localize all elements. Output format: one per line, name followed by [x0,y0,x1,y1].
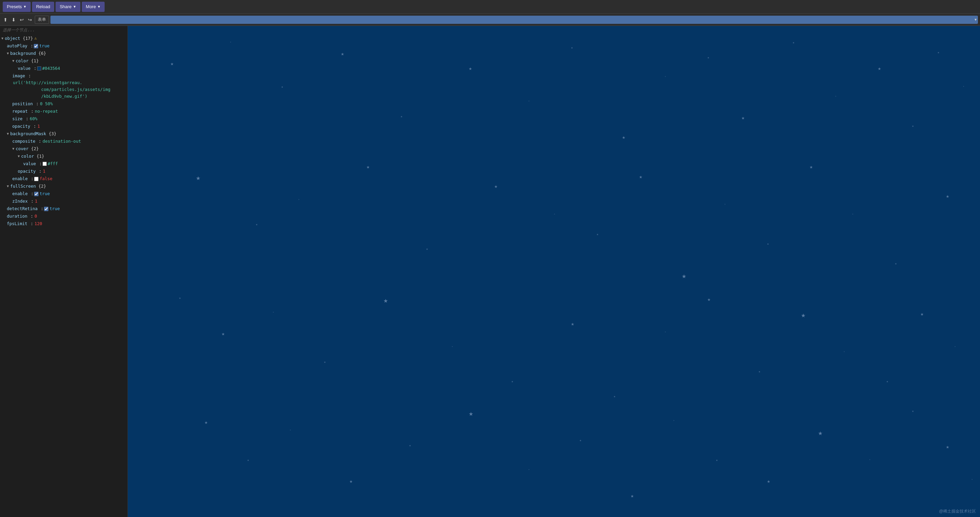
key-bg-position: position [12,100,33,107]
key-bg-repeat: repeat [12,108,28,115]
redo-button[interactable]: ↪ [27,16,33,23]
star: ★ [469,65,472,71]
watermark: @稀土掘金技术社区 [939,509,976,514]
colon-autoplay: : [28,43,33,49]
star: ★ [801,311,805,319]
toggle-bg-color[interactable]: ▼ [12,58,14,64]
star: ★ [554,213,555,215]
reload-label: Reload [36,4,50,9]
star: ★ [426,247,428,251]
share-button[interactable]: Share ▼ [56,2,80,12]
star: ★ [886,379,888,383]
star: ★ [349,478,353,484]
key-bg-opacity: opacity [12,123,30,130]
tree-row-autoplay: autoPlay : true [0,42,127,50]
star: ★ [955,345,956,347]
key-background: background [10,50,36,57]
tree-row-cover-color[interactable]: ▼ color {1} [0,152,127,160]
star: ★ [844,350,845,352]
star: ★ [290,428,291,431]
tree-row-cover-color-value: value : #fff [0,160,127,168]
search-input[interactable] [52,17,975,22]
share-arrow-icon: ▼ [73,5,76,8]
star: ★ [707,296,711,303]
more-arrow-icon: ▼ [97,5,100,8]
val-autoplay: true [39,43,49,49]
star: ★ [639,173,643,180]
val-bgmask-enable: false [40,175,52,182]
star: ★ [528,468,530,470]
tree-row-root[interactable]: ▼ object {17} ⚠ [0,35,127,42]
key-autoplay: autoPlay [7,43,27,49]
top-toolbar: Presets ▼ Reload Share ▼ More ▼ [0,0,980,14]
star: ★ [767,478,770,484]
tree-row-bg-repeat: repeat : no-repeat [0,108,127,115]
checkbox-autoplay[interactable] [34,44,38,48]
color-swatch-043564[interactable] [37,67,41,70]
toggle-fullscreen[interactable]: ▼ [7,184,9,189]
search-dropdown-icon[interactable]: ▼ [975,18,977,21]
nav-down-button[interactable]: ⬇ [10,16,17,23]
toggle-cover-color[interactable]: ▼ [18,154,20,159]
star: ★ [571,320,574,327]
nav-up-button[interactable]: ⬆ [2,16,9,23]
key-cover-opacity: opacity [18,168,36,175]
more-button[interactable]: More ▼ [82,2,105,12]
star: ★ [580,438,582,442]
star: ★ [852,213,854,215]
tree-row-fullscreen-enable: enable : true [0,190,127,198]
toggle-bgmask[interactable]: ▼ [7,131,9,136]
key-bg-image: image [12,73,25,79]
star: ★ [937,51,939,54]
star: ★ [597,232,599,236]
key-duration: duration [7,213,27,220]
checkbox-bgmask-enable[interactable] [34,177,38,181]
star: ★ [469,409,473,417]
presets-label: Presets [7,4,22,9]
key-cover-color-value: value [23,160,36,167]
star: ★ [256,222,258,226]
undo-button[interactable]: ↩ [18,16,25,23]
star: ★ [895,262,897,265]
star: ★ [622,134,625,140]
val-fpslimit: 120 [34,220,42,227]
checkbox-fullscreen-enable[interactable] [34,192,38,196]
tree-row-bg-opacity: opacity : 1 [0,123,127,130]
checkbox-detectretina[interactable] [44,207,48,211]
star: ★ [511,379,513,383]
star: ★ [614,394,616,398]
tree-row-bg-size: size : 60% [0,115,127,123]
tree-row-fullscreen[interactable]: ▼ fullScreen {2} [0,182,127,190]
count-cover: {2} [29,146,39,152]
form-button[interactable]: 表单 [35,16,49,24]
count-object: {17} [20,35,33,42]
colon-bg-repeat: : [28,108,33,115]
toggle-root[interactable]: ▼ [2,36,3,41]
star: ★ [204,419,208,425]
star: ★ [341,51,344,57]
toggle-background[interactable]: ▼ [7,51,9,56]
share-label: Share [60,4,72,9]
presets-button[interactable]: Presets ▼ [3,2,31,12]
tree-row-bg-color[interactable]: ▼ color {1} [0,57,127,65]
star: ★ [571,46,573,49]
star: ★ [682,271,686,280]
reload-button[interactable]: Reload [32,2,54,12]
colon-composite: : [36,138,41,145]
star: ★ [273,311,274,313]
key-bg-color-value: value [18,65,31,72]
toggle-cover[interactable]: ▼ [12,146,14,152]
tree-row-bgmask-enable: enable : false [0,175,127,182]
color-swatch-fff[interactable] [43,162,47,166]
star: ★ [741,114,745,121]
key-detectretina: detectRetina [7,205,38,212]
key-fullscreen: fullScreen [10,183,36,190]
val-zindex: 1 [35,198,38,205]
tree-row-background[interactable]: ▼ background {6} [0,50,127,57]
tree-row-bgmask[interactable]: ▼ backgroundMask {3} [0,130,127,138]
tree-row-cover[interactable]: ▼ cover {2} [0,145,127,152]
star: ★ [716,458,718,462]
star: ★ [528,100,530,102]
val-duration: 0 [34,213,37,220]
colon-fullscreen-enable: : [28,190,33,197]
